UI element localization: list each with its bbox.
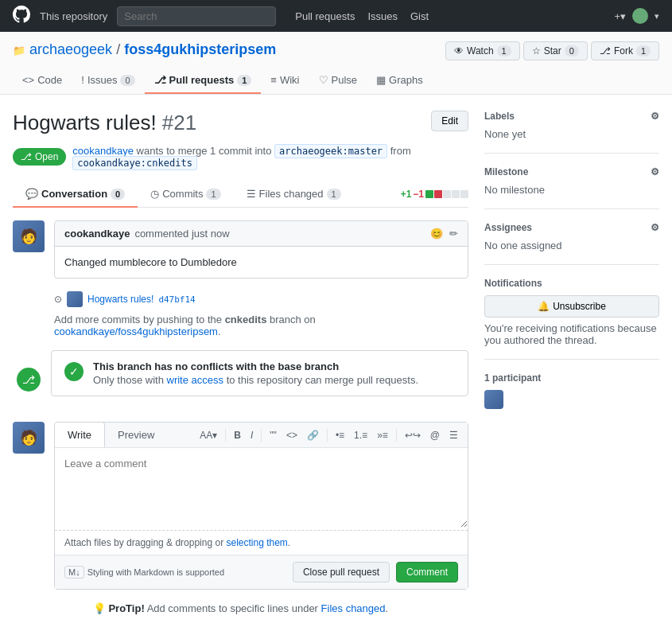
comment-body: cookandkaye commented just now 😊 ✏ Chang… — [54, 220, 468, 279]
markdown-hint: M↓ Styling with Markdown is supported — [64, 566, 224, 579]
close-pr-button[interactable]: Close pull request — [293, 562, 390, 583]
tab-code[interactable]: <> Code — [13, 68, 72, 94]
commit-avatar — [67, 291, 83, 307]
labels-value: None yet — [484, 128, 659, 140]
conversation-icon: 💬 — [25, 188, 38, 200]
preview-tab[interactable]: Preview — [105, 423, 168, 447]
tab-graphs[interactable]: ▦ Graphs — [367, 68, 433, 94]
toolbar-sep-1 — [225, 429, 226, 442]
tab-pulse[interactable]: ♡ Pulse — [309, 68, 367, 94]
pr-icon: ⎇ — [154, 74, 166, 86]
subtab-commits[interactable]: ◷ Commits 1 — [138, 181, 233, 208]
edit-pr-button[interactable]: Edit — [431, 111, 468, 131]
comment-author: cookandkaye — [64, 228, 130, 240]
participant-avatar-1[interactable] — [484, 390, 503, 409]
diff-sq-neutral-2 — [452, 190, 460, 198]
top-nav-right: +▾ ▾ — [614, 8, 659, 24]
issues-count: 0 — [120, 75, 134, 86]
milestone-settings-icon[interactable]: ⚙ — [651, 166, 659, 177]
toolbar-unordered-list[interactable]: •≡ — [332, 428, 348, 442]
assignees-settings-icon[interactable]: ⚙ — [651, 222, 659, 233]
commits-icon: ◷ — [150, 188, 159, 200]
toolbar-quote[interactable]: "" — [266, 428, 280, 442]
repo-header: 📁 archaeogeek / foss4gukhipsteripsem 👁 W… — [0, 32, 672, 95]
toolbar-task-list[interactable]: »≡ — [374, 428, 391, 442]
nav-issues[interactable]: Issues — [367, 10, 398, 22]
nav-pull-requests[interactable]: Pull requests — [295, 10, 355, 22]
user-avatar-btn[interactable] — [632, 8, 648, 24]
toolbar-mention[interactable]: @ — [427, 428, 443, 442]
avatar-image: 🧑 — [13, 220, 45, 252]
main-content: Hogwarts rules! #21 Edit ⎇ Open cookandk… — [0, 95, 672, 630]
emoji-btn[interactable]: 😊 — [430, 228, 443, 240]
search-input[interactable] — [117, 6, 276, 26]
commit-sha-link[interactable]: d47bf14 — [158, 294, 195, 305]
repo-link[interactable]: cookandkaye/foss4gukhipsteripsem — [54, 325, 218, 337]
commenter-avatar: 🧑 — [13, 220, 45, 252]
repo-tabs: <> Code ! Issues 0 ⎇ Pull requests 1 ≡ W… — [13, 68, 659, 94]
code-icon: <> — [22, 74, 34, 86]
edit-comment-btn[interactable]: ✏ — [449, 228, 458, 240]
attach-info: Attach files by dragging & dropping or s… — [55, 530, 468, 555]
tab-issues[interactable]: ! Issues 0 — [72, 68, 144, 94]
comment-text: Changed mumblecore to Dumbledore — [55, 247, 468, 278]
form-footer: M↓ Styling with Markdown is supported Cl… — [55, 555, 468, 589]
subtab-conversation[interactable]: 💬 Conversation 0 — [13, 181, 138, 208]
watch-count: 1 — [497, 45, 511, 56]
pr-status-bar: ⎇ Open cookandkaye wants to merge 1 comm… — [13, 145, 468, 169]
commit-title-link[interactable]: Hogwarts rules! — [87, 294, 153, 305]
fork-button[interactable]: ⎇ Fork 1 — [591, 41, 659, 60]
repo-context-label: This repository — [40, 10, 107, 22]
tab-pull-requests[interactable]: ⎇ Pull requests 1 — [145, 68, 262, 94]
assignees-heading: Assignees ⚙ — [484, 222, 659, 233]
toolbar-attachment[interactable]: ☰ — [446, 428, 461, 442]
protip-label: ProTip! — [108, 602, 144, 614]
toolbar-undo[interactable]: ↩↪ — [402, 428, 424, 442]
notifications-section: Notifications 🔔 Unsubscribe You're recei… — [484, 278, 659, 360]
avatar-dropdown-icon[interactable]: ▾ — [655, 11, 659, 21]
toolbar-italic[interactable]: I — [247, 428, 256, 442]
pr-number: #21 — [162, 111, 196, 134]
comment-form-body: Write Preview AA▾ B I "" <> 🔗 •≡ 1.≡ — [54, 422, 468, 590]
star-count: 0 — [565, 45, 579, 56]
fork-count: 1 — [636, 45, 651, 56]
diff-sq-neutral-1 — [443, 190, 451, 198]
toolbar-sep-4 — [396, 429, 397, 442]
labels-settings-icon[interactable]: ⚙ — [651, 111, 659, 122]
subtab-files-changed[interactable]: ☰ Files changed 1 — [234, 181, 354, 208]
wiki-icon: ≡ — [270, 74, 277, 86]
lightbulb-icon: 💡 — [93, 602, 106, 614]
write-tab[interactable]: Write — [55, 422, 105, 447]
toolbar-code[interactable]: <> — [283, 428, 301, 442]
files-changed-link[interactable]: Files changed — [321, 602, 386, 614]
plus-icon[interactable]: +▾ — [614, 10, 626, 22]
toolbar-bold[interactable]: B — [231, 428, 244, 442]
diff-bar — [425, 190, 468, 198]
commit-dot-icon: ⊙ — [54, 294, 62, 305]
comment-actions: 😊 ✏ — [430, 228, 458, 240]
write-access-link[interactable]: write access — [167, 374, 224, 386]
repo-name-link[interactable]: foss4gukhipsteripsem — [124, 41, 276, 57]
nav-gist[interactable]: Gist — [410, 10, 429, 22]
toolbar-heading[interactable]: AA▾ — [196, 428, 220, 442]
labels-section: Labels ⚙ None yet — [484, 111, 659, 154]
event-icon-col: ⎇ — [13, 368, 45, 392]
comment-textarea[interactable] — [55, 448, 468, 528]
fork-icon: ⎇ — [600, 45, 611, 56]
commit-ref: ⊙ Hogwarts rules! d47bf14 — [54, 291, 468, 307]
toolbar-link[interactable]: 🔗 — [304, 428, 322, 442]
repo-owner-link[interactable]: archaeogeek — [29, 41, 112, 57]
assignees-value: No one assigned — [484, 240, 659, 251]
watch-button[interactable]: 👁 Watch 1 — [445, 41, 520, 60]
current-user-avatar-img: 🧑 — [13, 422, 45, 454]
github-logo[interactable] — [13, 6, 30, 27]
unsubscribe-button[interactable]: 🔔 Unsubscribe — [484, 295, 659, 318]
star-button[interactable]: ☆ Star 0 — [523, 41, 588, 60]
tab-wiki[interactable]: ≡ Wiki — [261, 68, 309, 94]
pr-title: Hogwarts rules! #21 — [13, 111, 196, 135]
select-files-link[interactable]: selecting them — [226, 537, 287, 548]
comment-submit-button[interactable]: Comment — [396, 562, 458, 583]
toolbar-ordered-list[interactable]: 1.≡ — [351, 428, 371, 442]
pr-author-link[interactable]: cookandkaye — [72, 145, 134, 157]
milestone-section: Milestone ⚙ No milestone — [484, 166, 659, 209]
